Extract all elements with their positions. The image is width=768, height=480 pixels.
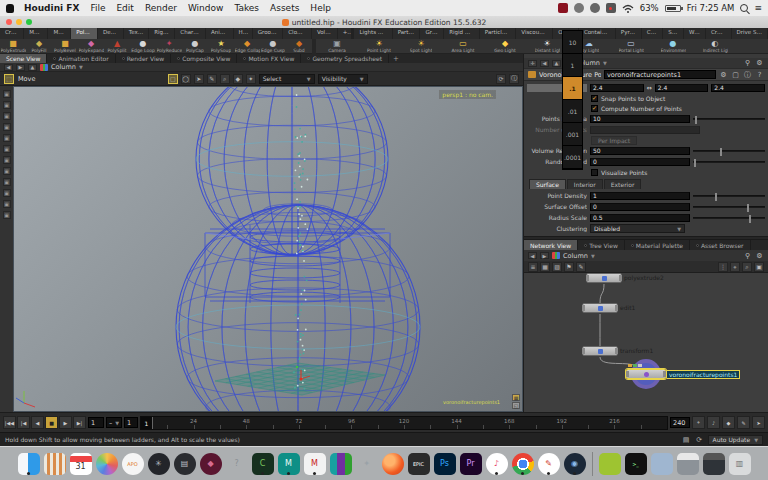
arrow-select-icon[interactable]: ➤: [194, 74, 204, 84]
shelf-tool-area-light[interactable]: ▭Area Light: [442, 39, 484, 54]
dock-epic[interactable]: EPIC: [408, 453, 430, 475]
pane-tab-motion-fx-view[interactable]: Motion FX View: [237, 54, 301, 63]
shelf-tool-point-light[interactable]: ☀Point Light: [358, 39, 400, 54]
dock-photoshop[interactable]: Ps: [434, 453, 456, 475]
transport-play-reverse-button[interactable]: ◀: [31, 416, 44, 429]
network-path-location[interactable]: Column: [563, 252, 588, 260]
ladder-cell-5[interactable]: .0001: [563, 146, 582, 169]
left-toolbar-snap-icon[interactable]: ▣: [3, 167, 11, 175]
parm-field-radius-scale[interactable]: 0.5: [590, 214, 690, 222]
keyframe-icon[interactable]: ◆: [722, 416, 735, 429]
menubar-clock[interactable]: Fri 7:25 AM: [687, 3, 735, 13]
input-flag[interactable]: [626, 371, 629, 377]
snapshot-icon[interactable]: ▣: [754, 262, 764, 272]
node-label-edit1[interactable]: edit1: [620, 304, 635, 311]
dock-bars-app[interactable]: [330, 453, 352, 475]
shelf-tab-particle-fluid[interactable]: Particle Fluid: [480, 28, 516, 39]
ladder-cell-2[interactable]: .1: [563, 77, 582, 100]
menu-item-assets[interactable]: Assets: [270, 3, 299, 13]
app-menu-icon[interactable]: [558, 3, 568, 13]
left-toolbar-mirror-icon[interactable]: ▣: [3, 189, 11, 197]
dock-maroon-app[interactable]: ◆: [200, 453, 222, 475]
up-icon[interactable]: ▲: [28, 64, 37, 71]
transport-stop-button[interactable]: ■: [45, 416, 58, 429]
gear-icon[interactable]: ⚙: [719, 70, 728, 79]
range-end-field[interactable]: 240: [670, 417, 690, 428]
shelf-tool-edge-cusp[interactable]: ●Edge Cusp: [260, 39, 286, 54]
back-icon[interactable]: ◀: [4, 64, 13, 71]
shelf-tab-volume[interactable]: Volume: [312, 28, 338, 39]
snap-icon[interactable]: ◆: [233, 74, 243, 84]
update-mode-combo[interactable]: Auto Update ▼: [708, 435, 763, 445]
menu-item-houdini-fx[interactable]: Houdini FX: [24, 3, 79, 13]
shelf-tool-spot-light[interactable]: ☀Spot Light: [400, 39, 442, 54]
shelf-tab-grooming[interactable]: Grooming: [253, 28, 284, 39]
checkbox-visualize-points[interactable]: [591, 169, 598, 176]
parm-slider-radius-scale[interactable]: [693, 217, 765, 219]
parm-field-points-per-area[interactable]: 10: [590, 115, 690, 123]
options-icon[interactable]: ✎: [737, 416, 750, 429]
shelf-tab-lights-and-ca[interactable]: Lights and Ca: [354, 28, 392, 39]
shelf-tool-indirect-light[interactable]: ◐Indirect Light: [694, 39, 736, 54]
brush-icon[interactable]: ✦: [246, 74, 256, 84]
dock-window-thumb-1[interactable]: [677, 453, 699, 475]
output-flag[interactable]: [615, 348, 618, 354]
menu-item-render[interactable]: Render: [145, 3, 177, 13]
value-ladder[interactable]: 101.1.01.001.0001: [562, 30, 583, 170]
shelf-tool-subd[interactable]: ◆Subd: [286, 39, 312, 54]
color-palette-icon[interactable]: ▨: [552, 262, 562, 272]
dock-itunes[interactable]: ♪: [486, 453, 508, 475]
parm-field-point-density[interactable]: 1: [590, 192, 690, 200]
node-polyextrude2[interactable]: [586, 273, 622, 283]
shelf-tab-modify[interactable]: Modify: [24, 28, 48, 39]
parm-slider-volume-resolution[interactable]: [693, 150, 765, 152]
display-menu-icon[interactable]: [574, 3, 584, 13]
shelf-tab-add[interactable]: +: [338, 28, 352, 39]
dock-bluex-app[interactable]: ◉: [564, 453, 586, 475]
input-flag[interactable]: [586, 275, 589, 281]
input-flag[interactable]: [582, 305, 585, 311]
list-view-icon[interactable]: ≡: [528, 262, 538, 272]
pin-pane-icon[interactable]: ⚲: [743, 251, 752, 260]
shelf-tab-pyro-fx[interactable]: Pyro FX: [616, 28, 642, 39]
gear-icon[interactable]: ⚙: [755, 59, 764, 68]
dock-cinema4d[interactable]: C: [252, 453, 274, 475]
shelf-tool-polyfill[interactable]: ◆PolyFill: [26, 39, 52, 54]
shelf-tool-environment[interactable]: ●Environment: [652, 39, 694, 54]
dock-premiere[interactable]: Pr: [460, 453, 482, 475]
output-flag[interactable]: [615, 305, 618, 311]
shelf-tool-polyreduce[interactable]: ✦PolyReduce: [156, 39, 182, 54]
fit-view-icon[interactable]: ⌖: [730, 262, 740, 272]
parm-slider-point-density[interactable]: [693, 195, 765, 197]
pane-tab-animation-editor[interactable]: Animation Editor: [47, 54, 115, 63]
zoom-select-icon[interactable]: ⌕: [220, 74, 230, 84]
left-toolbar-move-icon[interactable]: ▣: [3, 101, 11, 109]
shelf-tab-container-bu[interactable]: Container Bu: [579, 28, 616, 39]
shelf-tool-camera[interactable]: ▣Camera: [316, 39, 358, 54]
shelf-tool-polyexpand[interactable]: ◆PolyExpand: [78, 39, 104, 54]
parm-slider-surface-offset[interactable]: [693, 206, 765, 208]
back-icon[interactable]: ◀: [540, 60, 549, 67]
shelf-tool-polysoup[interactable]: ★PolySoup: [208, 39, 234, 54]
dock-pencil-app[interactable]: ✎: [538, 453, 560, 475]
shelf-tool-polycap[interactable]: ●PolyCap: [182, 39, 208, 54]
shelf-tab-viscous-fluid[interactable]: Viscous Fluid: [516, 28, 553, 39]
copy-icon[interactable]: ▢: [731, 70, 740, 79]
pin-icon[interactable]: ✛: [528, 60, 537, 67]
slider-handle[interactable]: [720, 148, 722, 156]
menu-item-window[interactable]: Window: [188, 3, 224, 13]
ladder-cell-1[interactable]: 1: [563, 54, 582, 77]
left-toolbar-rotate-icon[interactable]: ▣: [3, 112, 11, 120]
current-tool-icon[interactable]: ⬚: [4, 74, 14, 84]
shelf-tab-cloud-fx[interactable]: Cloud FX: [283, 28, 312, 39]
shelf-tab-rigging[interactable]: Rigging: [149, 28, 175, 39]
network-tab-tree-view[interactable]: Tree View: [578, 240, 625, 250]
left-toolbar-pose-icon[interactable]: ▣: [3, 145, 11, 153]
dock-trash[interactable]: ▥: [729, 453, 751, 475]
menu-item-takes[interactable]: Takes: [234, 3, 259, 13]
select-mode-combo[interactable]: Select▼: [259, 74, 315, 84]
pane-tab-scene-view[interactable]: Scene View: [0, 54, 47, 63]
shelf-tool-edge-collapse[interactable]: ◆Edge Collapse: [234, 39, 260, 54]
shelf-tool-polybevel[interactable]: ■PolyBevel: [52, 39, 78, 54]
apple-logo-icon[interactable]: [6, 4, 14, 13]
